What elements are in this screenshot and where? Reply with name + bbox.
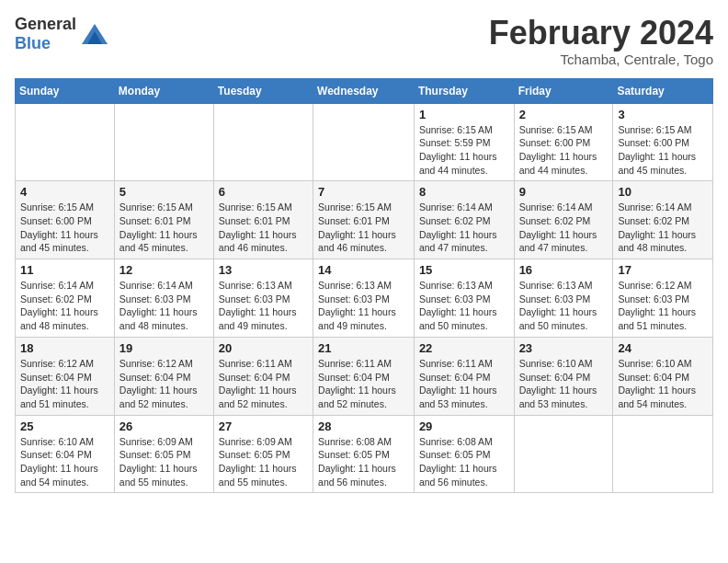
day-number: 8	[419, 185, 509, 199]
calendar-week-row: 11Sunrise: 6:14 AM Sunset: 6:02 PM Dayli…	[16, 259, 713, 338]
calendar-cell	[213, 103, 313, 181]
month-title: February 2024	[489, 15, 713, 52]
calendar-header-row: SundayMondayTuesdayWednesdayThursdayFrid…	[16, 78, 713, 103]
calendar-cell: 15Sunrise: 6:13 AM Sunset: 6:03 PM Dayli…	[414, 259, 514, 338]
day-detail: Sunrise: 6:14 AM Sunset: 6:02 PM Dayligh…	[519, 201, 609, 255]
day-number: 15	[419, 263, 509, 277]
day-number: 5	[119, 185, 209, 199]
calendar-cell: 4Sunrise: 6:15 AM Sunset: 6:00 PM Daylig…	[16, 181, 115, 259]
title-area: February 2024 Tchamba, Centrale, Togo	[489, 15, 713, 67]
day-number: 25	[20, 419, 109, 433]
day-header-saturday: Saturday	[613, 78, 713, 103]
calendar-cell: 13Sunrise: 6:13 AM Sunset: 6:03 PM Dayli…	[213, 259, 313, 338]
calendar-cell: 27Sunrise: 6:09 AM Sunset: 6:05 PM Dayli…	[213, 415, 313, 493]
calendar-cell	[114, 103, 213, 181]
logo-icon	[82, 24, 108, 44]
day-header-friday: Friday	[514, 78, 613, 103]
location-title: Tchamba, Centrale, Togo	[489, 52, 713, 67]
day-detail: Sunrise: 6:10 AM Sunset: 6:04 PM Dayligh…	[20, 435, 109, 489]
calendar-week-row: 1Sunrise: 6:15 AM Sunset: 5:59 PM Daylig…	[16, 103, 713, 181]
day-detail: Sunrise: 6:15 AM Sunset: 6:01 PM Dayligh…	[318, 201, 409, 255]
calendar-cell: 3Sunrise: 6:15 AM Sunset: 6:00 PM Daylig…	[613, 103, 713, 181]
calendar-cell	[613, 415, 713, 493]
day-header-sunday: Sunday	[16, 78, 115, 103]
calendar-cell: 10Sunrise: 6:14 AM Sunset: 6:02 PM Dayli…	[613, 181, 713, 259]
calendar-cell: 14Sunrise: 6:13 AM Sunset: 6:03 PM Dayli…	[313, 259, 415, 338]
day-detail: Sunrise: 6:14 AM Sunset: 6:03 PM Dayligh…	[119, 279, 209, 333]
day-detail: Sunrise: 6:15 AM Sunset: 6:01 PM Dayligh…	[119, 201, 209, 255]
day-number: 18	[20, 341, 109, 355]
day-detail: Sunrise: 6:09 AM Sunset: 6:05 PM Dayligh…	[119, 435, 209, 489]
calendar-cell	[16, 103, 115, 181]
calendar-table: SundayMondayTuesdayWednesdayThursdayFrid…	[15, 78, 713, 494]
calendar-cell: 22Sunrise: 6:11 AM Sunset: 6:04 PM Dayli…	[414, 337, 514, 415]
day-number: 20	[219, 341, 308, 355]
day-number: 7	[318, 185, 409, 199]
day-number: 14	[318, 263, 409, 277]
day-number: 11	[20, 263, 109, 277]
calendar-cell: 18Sunrise: 6:12 AM Sunset: 6:04 PM Dayli…	[16, 337, 115, 415]
day-detail: Sunrise: 6:13 AM Sunset: 6:03 PM Dayligh…	[318, 279, 409, 333]
day-header-wednesday: Wednesday	[313, 78, 415, 103]
day-detail: Sunrise: 6:15 AM Sunset: 6:00 PM Dayligh…	[519, 123, 609, 178]
calendar-week-row: 4Sunrise: 6:15 AM Sunset: 6:00 PM Daylig…	[16, 181, 713, 259]
day-number: 1	[419, 108, 509, 121]
logo-general: General	[15, 15, 76, 33]
calendar-cell: 5Sunrise: 6:15 AM Sunset: 6:01 PM Daylig…	[114, 181, 213, 259]
header: General Blue February 2024 Tchamba, Cent…	[15, 15, 713, 67]
day-number: 27	[219, 419, 308, 433]
day-number: 4	[20, 185, 109, 199]
calendar-cell: 1Sunrise: 6:15 AM Sunset: 5:59 PM Daylig…	[414, 103, 514, 181]
day-number: 28	[318, 419, 409, 433]
day-header-thursday: Thursday	[414, 78, 514, 103]
day-detail: Sunrise: 6:08 AM Sunset: 6:05 PM Dayligh…	[318, 435, 409, 489]
day-detail: Sunrise: 6:11 AM Sunset: 6:04 PM Dayligh…	[419, 357, 509, 411]
logo-text: General Blue	[15, 15, 76, 53]
day-detail: Sunrise: 6:13 AM Sunset: 6:03 PM Dayligh…	[219, 279, 308, 333]
day-detail: Sunrise: 6:15 AM Sunset: 6:00 PM Dayligh…	[618, 123, 708, 178]
day-detail: Sunrise: 6:08 AM Sunset: 6:05 PM Dayligh…	[419, 435, 509, 489]
day-number: 24	[618, 341, 708, 355]
calendar-cell: 6Sunrise: 6:15 AM Sunset: 6:01 PM Daylig…	[213, 181, 313, 259]
calendar-week-row: 25Sunrise: 6:10 AM Sunset: 6:04 PM Dayli…	[16, 415, 713, 493]
day-number: 6	[219, 185, 308, 199]
calendar-cell: 11Sunrise: 6:14 AM Sunset: 6:02 PM Dayli…	[16, 259, 115, 338]
day-detail: Sunrise: 6:14 AM Sunset: 6:02 PM Dayligh…	[419, 201, 509, 255]
calendar-cell: 17Sunrise: 6:12 AM Sunset: 6:03 PM Dayli…	[613, 259, 713, 338]
day-header-monday: Monday	[114, 78, 213, 103]
calendar-cell: 20Sunrise: 6:11 AM Sunset: 6:04 PM Dayli…	[213, 337, 313, 415]
day-detail: Sunrise: 6:15 AM Sunset: 6:00 PM Dayligh…	[20, 201, 109, 255]
day-number: 12	[119, 263, 209, 277]
calendar-week-row: 18Sunrise: 6:12 AM Sunset: 6:04 PM Dayli…	[16, 337, 713, 415]
calendar-cell: 21Sunrise: 6:11 AM Sunset: 6:04 PM Dayli…	[313, 337, 415, 415]
day-detail: Sunrise: 6:13 AM Sunset: 6:03 PM Dayligh…	[419, 279, 509, 333]
calendar-cell: 8Sunrise: 6:14 AM Sunset: 6:02 PM Daylig…	[414, 181, 514, 259]
calendar-cell	[313, 103, 415, 181]
calendar-cell: 9Sunrise: 6:14 AM Sunset: 6:02 PM Daylig…	[514, 181, 613, 259]
day-detail: Sunrise: 6:10 AM Sunset: 6:04 PM Dayligh…	[519, 357, 609, 411]
calendar-cell	[514, 415, 613, 493]
day-detail: Sunrise: 6:15 AM Sunset: 5:59 PM Dayligh…	[419, 123, 509, 178]
day-detail: Sunrise: 6:12 AM Sunset: 6:04 PM Dayligh…	[119, 357, 209, 411]
day-detail: Sunrise: 6:12 AM Sunset: 6:04 PM Dayligh…	[20, 357, 109, 411]
day-detail: Sunrise: 6:11 AM Sunset: 6:04 PM Dayligh…	[318, 357, 409, 411]
calendar-cell: 2Sunrise: 6:15 AM Sunset: 6:00 PM Daylig…	[514, 103, 613, 181]
calendar-cell: 7Sunrise: 6:15 AM Sunset: 6:01 PM Daylig…	[313, 181, 415, 259]
calendar-cell: 29Sunrise: 6:08 AM Sunset: 6:05 PM Dayli…	[414, 415, 514, 493]
day-number: 3	[618, 108, 708, 121]
day-number: 19	[119, 341, 209, 355]
day-detail: Sunrise: 6:13 AM Sunset: 6:03 PM Dayligh…	[519, 279, 609, 333]
calendar-cell: 23Sunrise: 6:10 AM Sunset: 6:04 PM Dayli…	[514, 337, 613, 415]
day-number: 29	[419, 419, 509, 433]
calendar-cell: 26Sunrise: 6:09 AM Sunset: 6:05 PM Dayli…	[114, 415, 213, 493]
day-header-tuesday: Tuesday	[213, 78, 313, 103]
day-number: 2	[519, 108, 609, 121]
day-detail: Sunrise: 6:11 AM Sunset: 6:04 PM Dayligh…	[219, 357, 308, 411]
day-detail: Sunrise: 6:10 AM Sunset: 6:04 PM Dayligh…	[618, 357, 708, 411]
logo-blue: Blue	[15, 34, 51, 52]
day-number: 23	[519, 341, 609, 355]
day-number: 17	[618, 263, 708, 277]
day-number: 21	[318, 341, 409, 355]
day-number: 10	[618, 185, 708, 199]
day-detail: Sunrise: 6:09 AM Sunset: 6:05 PM Dayligh…	[219, 435, 308, 489]
